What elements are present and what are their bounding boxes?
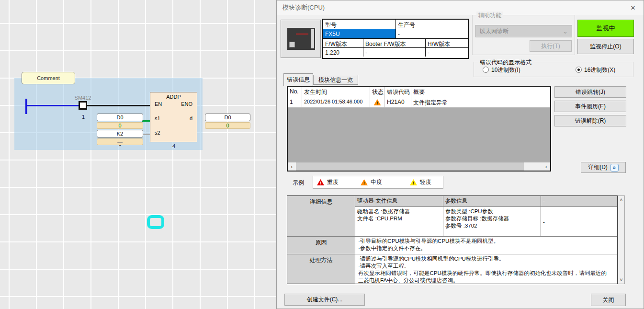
- param-no-line: 参数号 :3702: [445, 222, 539, 229]
- action-text: ·请通过与引导源的CPU模块相同机型的CPU模块进行引导。 ·请再次写入至工程。…: [355, 254, 617, 284]
- action-label: 处理方法: [287, 254, 355, 284]
- legend-label: 示例: [293, 179, 304, 187]
- function-block-name: ADDP: [150, 94, 197, 100]
- contact-step-number: 1: [80, 114, 87, 120]
- pin-en: EN: [155, 101, 162, 107]
- extra-header: -: [541, 196, 617, 206]
- module-diagnostics-dialog: 模块诊断(CPU) ✕ 型号 生产号 FX5U - F/W版本 Booter: [276, 0, 644, 309]
- close-button-label: 关闭: [603, 296, 614, 304]
- action-line-1: ·请通过与引导源的CPU模块相同机型的CPU模块进行引导。: [358, 255, 614, 263]
- tab-error-info[interactable]: 错误信息: [283, 73, 313, 86]
- cause-line-2: ·参数中指定的文件不存在。: [358, 245, 614, 252]
- execute-button[interactable]: 执行(T): [530, 40, 572, 52]
- pin-s2: s2: [155, 130, 160, 136]
- cause-row: 原因 ·引导目标的CPU模块与引导源的CPU模块不是相同机型。 ·参数中指定的文…: [287, 237, 617, 254]
- error-jump-button[interactable]: 错误跳转(J): [554, 86, 626, 98]
- extra-cell: -: [541, 207, 617, 236]
- hscroll-thumb[interactable]: [296, 162, 524, 171]
- cpu-side-strip: [311, 29, 314, 48]
- detail-button[interactable]: 详细(D) «: [581, 162, 626, 173]
- tab-module-info-list[interactable]: 模块信息一览: [313, 75, 358, 85]
- error-table: No. 发生时间 状态 错误代码 概要 1 2022/01/26 01:58:4…: [287, 86, 551, 172]
- error-table-row[interactable]: 1 2022/01/26 01:58:46.000 ! H21A0 文件指定异常: [288, 97, 550, 108]
- operand-s1-device-text: D0: [116, 114, 123, 120]
- severity-legend: ! 重度 ! 中度 ! 轻度: [313, 176, 443, 189]
- model-value-cell[interactable]: FX5U: [323, 29, 396, 38]
- operand-s2-monitor-value: —: [97, 138, 143, 145]
- pin-eno: ENO: [181, 101, 192, 107]
- severe-warning-icon: !: [317, 179, 324, 185]
- cpu-red-stripe: [296, 34, 308, 34]
- col-booter-header: Booter F/W版本: [363, 39, 426, 47]
- header-no: No.: [288, 87, 302, 97]
- action-line-3: 再次显示相同错误时，可能是CPU模块的硬件异常。即使执行存储器的初始化也未改善时…: [358, 270, 614, 277]
- action-row: 处理方法 ·请通过与引导源的CPU模块相同机型的CPU模块进行引导。 ·请再次写…: [287, 254, 617, 284]
- function-block-addp[interactable]: ADDP EN ENO s1 d s2: [150, 92, 197, 142]
- legend-moderate: ! 中度: [361, 178, 382, 186]
- scroll-down-icon[interactable]: ˅: [618, 276, 624, 283]
- code-format-group-label: 错误代码的显示格式: [478, 58, 533, 67]
- operand-d-monitor-value: 0: [205, 122, 250, 129]
- wire-left-blue: [27, 105, 79, 106]
- dialog-title-bar[interactable]: 模块诊断(CPU) ✕: [277, 0, 644, 15]
- col-fw-header: F/W版本: [323, 39, 363, 47]
- cause-label: 原因: [287, 237, 355, 254]
- radio-hex[interactable]: 16进制数(X): [576, 66, 615, 74]
- ladder-editor-canvas[interactable]: Comment SM412 1 3 D0 0 K2 — ADDP EN ENO …: [0, 0, 276, 309]
- legend-minor-label: 轻度: [420, 178, 431, 186]
- screen: Comment SM412 1 3 D0 0 K2 — ADDP EN ENO …: [0, 0, 644, 309]
- col-serial-header: 生产号: [396, 20, 468, 29]
- drive-name-line: 驱动器名 :数据存储器: [357, 208, 441, 215]
- cursor-marker: [147, 215, 164, 229]
- hw-value-cell[interactable]: -: [426, 48, 468, 57]
- operand-d-device-text: D0: [224, 114, 231, 120]
- param-type-line: 参数类型 :CPU参数: [445, 208, 539, 215]
- diagnostics-combo[interactable]: 以太网诊断 ⌄: [475, 25, 572, 37]
- param-target-line: 参数存储目标 :数据存储器: [445, 215, 539, 222]
- event-history-button[interactable]: 事件履历(E): [554, 101, 626, 112]
- scroll-up-icon[interactable]: ˄: [618, 196, 624, 203]
- aux-group-label: 辅助功能: [476, 11, 503, 20]
- monitoring-button[interactable]: 监视中: [577, 20, 634, 37]
- execute-button-label: 执行(T): [541, 42, 560, 50]
- ladder-comment-box[interactable]: Comment: [22, 72, 75, 84]
- tab-error-info-label: 错误信息: [287, 76, 310, 83]
- drive-file-cell: 驱动器名 :数据存储器 文件名 :CPU.PRM: [355, 207, 443, 236]
- event-history-label: 事件履历(E): [575, 103, 606, 111]
- power-rail: [25, 99, 27, 114]
- scroll-right-icon[interactable]: ›: [542, 162, 550, 170]
- error-detail-table: 详细信息 驱动器·文件信息 参数信息 - 驱动器名 :数据存储器 文件名 :CP…: [287, 195, 618, 284]
- create-file-button[interactable]: 创建文件(C)...: [284, 294, 365, 306]
- action-line-4: 三菱电机FA中心、分公司或代理店咨询。: [358, 277, 614, 284]
- monitoring-label: 监视中: [597, 24, 615, 33]
- cell-summary: 文件指定异常: [411, 97, 550, 107]
- error-table-hscrollbar[interactable]: ‹ ›: [288, 162, 550, 171]
- radio-decimal[interactable]: 10进制数(I): [483, 66, 520, 74]
- collapse-detail-icon[interactable]: «: [610, 164, 619, 172]
- close-icon[interactable]: ✕: [628, 3, 638, 12]
- close-button[interactable]: 关闭: [591, 294, 626, 306]
- module-info-table: 型号 生产号 FX5U - F/W版本 Booter F/W版本 H/W版本 1…: [322, 19, 469, 59]
- contact-sm412[interactable]: [79, 101, 87, 110]
- monitor-stop-button[interactable]: 监视停止(O): [577, 39, 634, 54]
- error-clear-button[interactable]: 错误解除(R): [554, 115, 626, 126]
- tab-module-info-list-label: 模块信息一览: [318, 77, 353, 83]
- detail-table-vscrollbar[interactable]: ˄ ˅: [618, 195, 625, 284]
- error-jump-label: 错误跳转(J): [576, 88, 605, 96]
- operand-s1-device[interactable]: D0: [97, 114, 143, 121]
- fw-value-cell[interactable]: 1.220: [323, 48, 363, 57]
- booter-value-cell[interactable]: -: [363, 48, 426, 57]
- header-code: 错误代码: [385, 87, 411, 97]
- radio-hex-circle[interactable]: [576, 67, 582, 73]
- error-clear-label: 错误解除(R): [575, 117, 606, 125]
- operand-d-device[interactable]: D0: [205, 114, 250, 121]
- legend-moderate-label: 中度: [371, 178, 382, 186]
- operand-s2-device[interactable]: K2: [97, 130, 143, 137]
- comment-text: Comment: [37, 75, 60, 81]
- header-status: 状态: [370, 87, 385, 97]
- radio-decimal-circle[interactable]: [483, 67, 489, 73]
- operand-s2-value-text: —: [117, 139, 123, 145]
- serial-value-cell[interactable]: -: [396, 29, 468, 38]
- pin-d: d: [190, 115, 192, 121]
- scroll-left-icon[interactable]: ‹: [288, 162, 296, 170]
